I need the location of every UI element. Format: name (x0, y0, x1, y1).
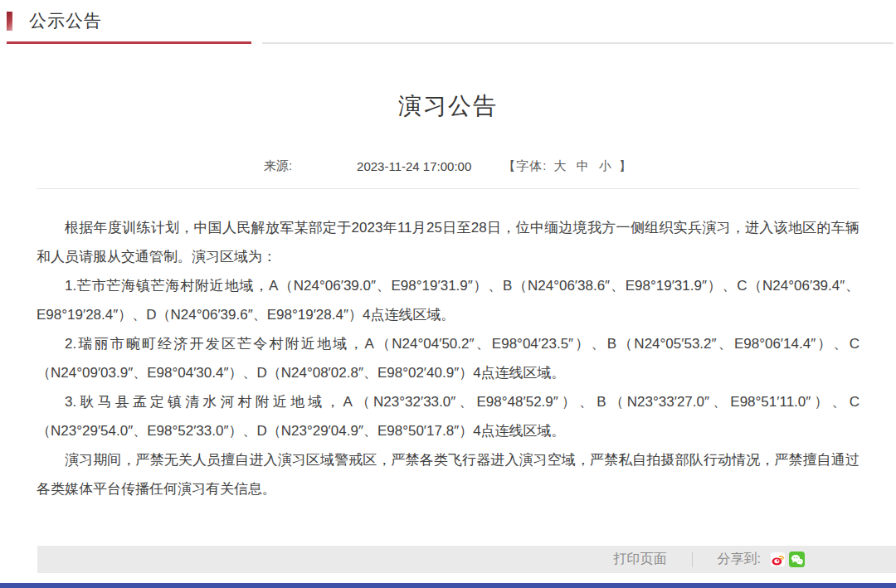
print-page-button[interactable]: 打印页面 (614, 551, 667, 568)
article-footer-bar: 打印页面 分享到: (37, 546, 896, 573)
wechat-icon[interactable] (789, 552, 805, 567)
article-body: 根据年度训练计划，中国人民解放军某部定于2023年11月25日至28日，位中缅边… (37, 213, 859, 503)
publish-datetime: 2023-11-24 17:00:00 (357, 159, 471, 173)
font-size-switcher: 【字体: 大 中 小 】 (503, 158, 632, 174)
font-size-medium[interactable]: 中 (577, 158, 590, 173)
article-title: 演习公告 (37, 90, 859, 122)
paragraph-area-1: 1.芒市芒海镇芒海村附近地域，A（N24°06′39.0″、E98°19′31.… (37, 271, 859, 329)
paragraph-area-3: 3.耿马县孟定镇清水河村附近地域，A（N23°32′33.0″、E98°48′5… (37, 387, 859, 445)
font-switcher-prefix: 【字体: (503, 158, 547, 173)
font-size-large[interactable]: 大 (554, 158, 567, 173)
weibo-icon[interactable] (770, 552, 786, 567)
source-label: 来源: (264, 158, 292, 174)
red-flag-icon (7, 12, 12, 31)
paragraph-intro: 根据年度训练计划，中国人民解放军某部定于2023年11月25日至28日，位中缅边… (37, 213, 859, 271)
footer-divider (692, 552, 693, 567)
section-header: 公示公告 (0, 0, 896, 32)
header-rule-red (7, 41, 251, 44)
section-title: 公示公告 (29, 9, 102, 32)
article: 演习公告 来源: 2023-11-24 17:00:00 【字体: 大 中 小 … (37, 90, 859, 503)
header-rule-gray (262, 42, 894, 44)
paragraph-area-2: 2.瑞丽市畹町经济开发区芒令村附近地域，A（N24°04′50.2″、E98°0… (37, 329, 859, 387)
share-to-label: 分享到: (718, 551, 761, 568)
meta-divider (37, 188, 859, 189)
site-footer-top-edge (0, 583, 896, 588)
font-size-small[interactable]: 小 (599, 158, 612, 173)
header-rule (0, 41, 896, 44)
font-switcher-suffix: 】 (619, 158, 632, 173)
article-meta: 来源: 2023-11-24 17:00:00 【字体: 大 中 小 】 (37, 158, 859, 174)
paragraph-warning: 演习期间，严禁无关人员擅自进入演习区域警戒区，严禁各类飞行器进入演习空域，严禁私… (37, 445, 859, 503)
